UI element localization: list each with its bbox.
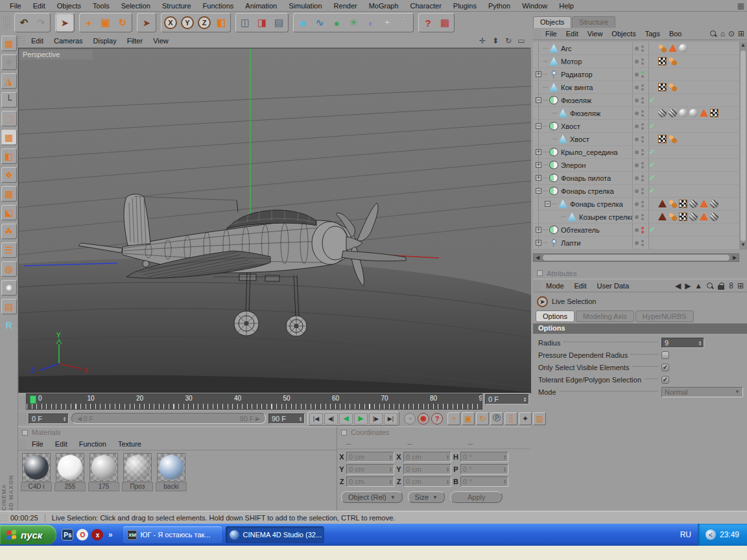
hatch-tag-icon[interactable] — [710, 200, 718, 208]
search-icon[interactable] — [706, 282, 714, 290]
record-parameter-icon[interactable]: Ⓟ — [490, 412, 503, 425]
enable-dot[interactable] — [635, 73, 639, 76]
menu-item-display[interactable]: Display — [88, 36, 122, 45]
spinner-icon[interactable]: ▴▾ — [445, 479, 449, 484]
autokey-button[interactable]: ? — [431, 413, 443, 425]
editor-visibility-dot[interactable] — [641, 45, 644, 48]
rotate-icon[interactable]: ↻ — [114, 14, 131, 31]
tree-row[interactable]: +Обтекатель✓ — [533, 224, 739, 237]
record-position-icon[interactable]: + — [447, 412, 460, 425]
visibility-dots[interactable]: ✓ — [632, 146, 649, 158]
record-rotation-icon[interactable]: ↻ — [476, 412, 489, 425]
hatch-tag-icon[interactable] — [689, 200, 698, 208]
range-left-arrow-icon[interactable]: ◀ — [77, 415, 83, 422]
spinner-icon[interactable]: ▴▾ — [502, 479, 506, 484]
coord-field[interactable]: 0 cm▴▾ — [403, 464, 451, 474]
coord-size-dropdown[interactable]: Size▼ — [408, 491, 445, 503]
selection-tool-icon[interactable]: ➤ — [138, 14, 155, 31]
render-settings-icon[interactable]: ▤ — [270, 14, 287, 31]
enabled-check-icon[interactable]: ✓ — [649, 161, 655, 169]
editor-visibility-dot[interactable] — [641, 188, 644, 191]
enable-dot[interactable] — [635, 228, 639, 232]
tree-row[interactable]: +Радиатор — [533, 68, 739, 81]
menu-item-animation[interactable]: Animation — [239, 1, 283, 10]
object-name[interactable]: Обтекатель — [561, 226, 600, 234]
enabled-check-icon[interactable]: ✓ — [649, 187, 655, 195]
end-frame-field[interactable]: 90 F▴▾ — [268, 414, 305, 424]
spinner-icon[interactable]: ▴▾ — [62, 416, 65, 421]
menu-item-help[interactable]: Help — [553, 1, 580, 10]
task-button[interactable]: CINEMA 4D Studio (32... — [226, 526, 324, 543]
photoshop-icon[interactable]: Ps — [62, 529, 73, 541]
object-name[interactable]: Фюзеляж — [570, 110, 600, 117]
render-visibility-dot[interactable] — [641, 179, 644, 181]
make-editable-icon[interactable]: ▦ — [1, 36, 17, 51]
enable-dot[interactable] — [635, 241, 639, 245]
visibility-dots[interactable] — [632, 237, 649, 249]
coord-field[interactable]: 0 cm▴▾ — [346, 464, 394, 474]
next-key-button[interactable]: |▶ — [369, 413, 383, 425]
visibility-dots[interactable] — [632, 133, 649, 145]
record-scrub-icon[interactable]: ◔ — [404, 413, 416, 425]
coordinate-system-icon[interactable]: ◧ — [213, 14, 230, 31]
spinner-icon[interactable]: ▴▾ — [388, 479, 392, 484]
context-help-icon[interactable]: ? — [420, 14, 436, 31]
renderer-r-icon[interactable]: R — [1, 318, 17, 333]
hatch-tag-icon[interactable] — [658, 109, 667, 117]
expand-icon[interactable]: + — [536, 149, 541, 155]
visibility-dots[interactable] — [632, 55, 649, 67]
tree-row[interactable]: −Фюзеляж✓ — [533, 94, 739, 107]
enable-dot[interactable] — [635, 111, 639, 115]
search-icon[interactable] — [709, 30, 717, 38]
menu-item-edit[interactable]: Edit — [27, 1, 51, 10]
enable-dot[interactable] — [635, 215, 639, 219]
timeline-grip[interactable] — [18, 395, 26, 408]
collapse-icon[interactable]: − — [536, 97, 541, 103]
sphere-tag-icon[interactable] — [679, 44, 687, 52]
add-deformer-icon[interactable]: ◗ — [362, 14, 379, 31]
window-layout-icon[interactable]: ▦ — [737, 1, 744, 10]
coord-field[interactable]: 0 cm▴▾ — [346, 476, 394, 487]
zoom-view-icon[interactable]: ⬍ — [490, 36, 501, 45]
phong-tag-icon[interactable] — [669, 57, 677, 65]
menu-item-tools[interactable]: Tools — [87, 1, 115, 10]
render-visibility-dot[interactable] — [641, 114, 644, 117]
tab-structure[interactable]: Structure — [572, 16, 615, 28]
render-visibility-dot[interactable] — [641, 75, 644, 78]
scroll-up-icon[interactable]: ▲ — [741, 42, 746, 50]
menu-item-edit[interactable]: Edit — [569, 281, 592, 290]
menu-item-render[interactable]: Render — [328, 1, 363, 10]
language-indicator[interactable]: RU — [674, 530, 698, 539]
download-app-icon[interactable]: x — [91, 529, 103, 541]
panel-pin-icon[interactable] — [341, 430, 347, 436]
live-selection-icon[interactable]: ➤ — [56, 14, 73, 31]
enable-dot[interactable] — [635, 99, 639, 102]
tab-modeling-axis[interactable]: Modeling Axis — [576, 310, 634, 322]
current-frame-field[interactable]: 0 F▴▾ — [29, 414, 69, 424]
menu-item-edit[interactable]: Edit — [562, 29, 583, 38]
menu-item-view[interactable]: View — [583, 29, 608, 38]
tray-app-icon[interactable]: < — [706, 530, 716, 540]
editor-visibility-dot[interactable] — [641, 136, 644, 139]
mode-dropdown[interactable]: Normal▼ — [661, 387, 743, 397]
pan-view-icon[interactable]: ✛ — [477, 36, 488, 45]
calculator-icon[interactable]: ▦ — [436, 14, 453, 31]
render-visibility-dot[interactable] — [641, 101, 644, 104]
polygon-mode-icon[interactable]: ◧ — [1, 148, 17, 164]
menu-item-plugins[interactable]: Plugins — [447, 1, 482, 10]
menu-item-user-data[interactable]: User Data — [592, 281, 635, 290]
enable-dot[interactable] — [635, 176, 639, 180]
object-name[interactable]: Хвост — [561, 122, 580, 130]
menu-item-filter[interactable]: Filter — [122, 36, 148, 45]
texture-tag-mode-icon[interactable]: ▩ — [1, 186, 17, 202]
lock-icon[interactable] — [718, 282, 725, 290]
collapse-icon[interactable]: − — [545, 201, 551, 207]
toggle-view-icon[interactable]: ▭ — [516, 36, 527, 45]
phong-tag-icon[interactable] — [669, 213, 677, 221]
add-array-icon[interactable]: ✳ — [345, 14, 362, 31]
enable-dot[interactable] — [635, 163, 639, 167]
enable-dot[interactable] — [635, 202, 639, 206]
enable-dot[interactable] — [635, 150, 639, 154]
menu-item-boo[interactable]: Boo — [665, 29, 687, 38]
spinner-icon[interactable]: ▴▾ — [445, 454, 449, 460]
